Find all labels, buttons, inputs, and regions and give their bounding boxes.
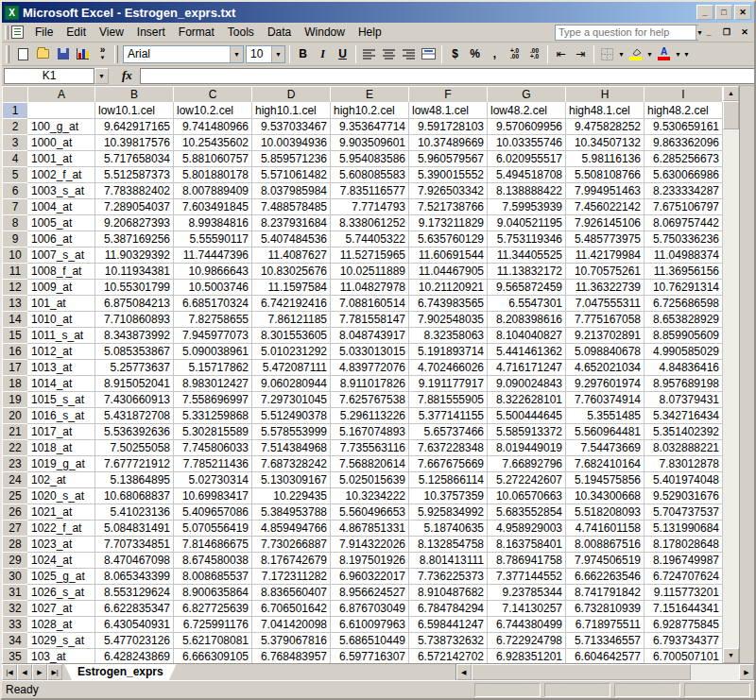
- scroll-right-icon[interactable]: ▶: [739, 664, 754, 680]
- horizontal-scroll-track[interactable]: [691, 664, 739, 680]
- menu-edit[interactable]: Edit: [60, 24, 93, 41]
- cell-D31[interactable]: 8.836560407: [252, 585, 331, 601]
- cell-E4[interactable]: 5.954083586: [331, 151, 409, 167]
- menu-view[interactable]: View: [93, 24, 130, 41]
- cell-H33[interactable]: 6.718975511: [566, 617, 644, 633]
- cell-D32[interactable]: 6.706501642: [252, 601, 331, 617]
- bold-button[interactable]: B: [293, 44, 313, 64]
- cell-I1[interactable]: high48.2.cel: [644, 103, 723, 119]
- scroll-left-icon[interactable]: ◀: [456, 664, 472, 680]
- cell-G4[interactable]: 6.020955517: [488, 151, 566, 167]
- cell-I16[interactable]: 4.990585029: [644, 344, 723, 360]
- row-header-12[interactable]: 12: [3, 280, 28, 296]
- cell-H30[interactable]: 6.662263546: [566, 569, 644, 585]
- cell-C5[interactable]: 5.801880178: [174, 167, 252, 183]
- cell-B7[interactable]: 7.289054037: [95, 199, 174, 215]
- cell-G1[interactable]: low48.2.cel: [488, 103, 566, 119]
- cell-D21[interactable]: 5.578553999: [252, 424, 331, 440]
- cell-G19[interactable]: 8.322628101: [488, 392, 566, 408]
- cell-A10[interactable]: 1007_s_at: [28, 248, 95, 264]
- cell-A32[interactable]: 1027_at: [28, 601, 95, 617]
- cell-H19[interactable]: 7.760374914: [566, 392, 644, 408]
- cell-C22[interactable]: 7.745806033: [174, 440, 252, 456]
- cell-I5[interactable]: 5.630066986: [644, 167, 723, 183]
- cell-H12[interactable]: 11.36322739: [566, 280, 644, 296]
- cell-H27[interactable]: 4.741601158: [566, 521, 644, 537]
- row-header-5[interactable]: 5: [3, 167, 28, 183]
- cell-E23[interactable]: 7.568820614: [331, 456, 409, 472]
- cell-F35[interactable]: 6.572142702: [409, 649, 488, 664]
- cell-B26[interactable]: 5.41023136: [95, 504, 174, 521]
- cell-D10[interactable]: 11.4087627: [252, 248, 331, 264]
- cell-A21[interactable]: 1017_at: [28, 424, 95, 440]
- cell-D22[interactable]: 7.514384968: [252, 440, 331, 456]
- row-header-22[interactable]: 22: [3, 440, 28, 456]
- cell-F11[interactable]: 11.04467905: [409, 264, 488, 280]
- insert-function-icon[interactable]: fx: [122, 68, 132, 83]
- name-box[interactable]: K1: [4, 68, 94, 84]
- cell-E16[interactable]: 5.033013015: [331, 344, 409, 360]
- cell-I31[interactable]: 9.115773201: [644, 585, 723, 601]
- cell-C29[interactable]: 8.674580038: [174, 553, 252, 569]
- cell-G17[interactable]: 4.716171247: [488, 360, 566, 376]
- cell-I4[interactable]: 6.285256673: [644, 151, 723, 167]
- cell-G21[interactable]: 5.585913372: [488, 424, 566, 440]
- merge-center-button[interactable]: [419, 44, 438, 64]
- cell-H10[interactable]: 11.42179984: [566, 248, 644, 264]
- cell-E35[interactable]: 6.597716307: [331, 649, 409, 664]
- cell-F33[interactable]: 6.598441247: [409, 617, 488, 633]
- scroll-up-icon[interactable]: ▲: [723, 86, 739, 101]
- cell-H24[interactable]: 5.194575856: [566, 472, 644, 488]
- cell-B10[interactable]: 11.90329392: [95, 248, 174, 264]
- cell-A23[interactable]: 1019_g_at: [28, 456, 95, 472]
- next-sheet-button[interactable]: ▶: [32, 664, 47, 680]
- cell-I15[interactable]: 8.859905609: [644, 328, 723, 344]
- cell-D17[interactable]: 5.472087111: [252, 360, 331, 376]
- cell-G5[interactable]: 5.494518708: [488, 167, 566, 183]
- cell-H17[interactable]: 4.652021034: [566, 360, 644, 376]
- cell-C12[interactable]: 10.5003746: [174, 280, 252, 296]
- cell-F7[interactable]: 7.521738766: [409, 199, 488, 215]
- cell-E13[interactable]: 7.088160514: [331, 296, 409, 312]
- cell-I17[interactable]: 4.84836416: [644, 360, 723, 376]
- cell-A34[interactable]: 1029_s_at: [28, 633, 95, 649]
- cell-B27[interactable]: 5.084831491: [95, 521, 174, 537]
- cell-E8[interactable]: 8.338061252: [331, 215, 409, 231]
- italic-button[interactable]: I: [313, 44, 333, 64]
- row-header-3[interactable]: 3: [3, 135, 28, 151]
- row-header-20[interactable]: 20: [3, 408, 28, 424]
- cell-F15[interactable]: 8.32358063: [409, 328, 488, 344]
- cell-C14[interactable]: 7.82758655: [174, 312, 252, 328]
- cell-H35[interactable]: 6.604642577: [566, 649, 644, 664]
- cell-C24[interactable]: 5.02730314: [174, 472, 252, 488]
- cell-F17[interactable]: 4.702466026: [409, 360, 488, 376]
- cell-B4[interactable]: 5.717658034: [95, 151, 174, 167]
- font-color-button[interactable]: A: [654, 44, 674, 64]
- cell-B5[interactable]: 5.512587373: [95, 167, 174, 183]
- cell-E30[interactable]: 6.960322017: [331, 569, 409, 585]
- cell-D1[interactable]: high10.1.cel: [252, 103, 331, 119]
- cell-D2[interactable]: 9.537033467: [252, 119, 331, 135]
- cell-C23[interactable]: 7.785211436: [174, 456, 252, 472]
- cell-I7[interactable]: 7.675106797: [644, 199, 723, 215]
- cell-E19[interactable]: 7.625767538: [331, 392, 409, 408]
- cell-C33[interactable]: 6.725991176: [174, 617, 252, 633]
- cell-E6[interactable]: 7.835116577: [331, 183, 409, 199]
- cell-D27[interactable]: 4.859494766: [252, 521, 331, 537]
- row-header-10[interactable]: 10: [3, 248, 28, 264]
- cell-F13[interactable]: 6.743983565: [409, 296, 488, 312]
- cell-A31[interactable]: 1026_s_at: [28, 585, 95, 601]
- toolbar-overflow-icon[interactable]: ▼: [682, 51, 691, 58]
- cell-A25[interactable]: 1020_s_at: [28, 488, 95, 504]
- cell-C2[interactable]: 9.741480966: [174, 119, 252, 135]
- formula-input[interactable]: [140, 68, 754, 84]
- align-left-button[interactable]: [359, 44, 379, 64]
- row-header-28[interactable]: 28: [3, 537, 28, 553]
- cell-C10[interactable]: 11.74447396: [174, 248, 252, 264]
- cell-C9[interactable]: 5.55590117: [174, 231, 252, 248]
- cell-A19[interactable]: 1015_s_at: [28, 392, 95, 408]
- cell-I10[interactable]: 11.04988374: [644, 248, 723, 264]
- cell-H13[interactable]: 7.047555311: [566, 296, 644, 312]
- horizontal-scrollbar[interactable]: ◀ ▶: [455, 664, 754, 680]
- open-button[interactable]: [33, 44, 53, 64]
